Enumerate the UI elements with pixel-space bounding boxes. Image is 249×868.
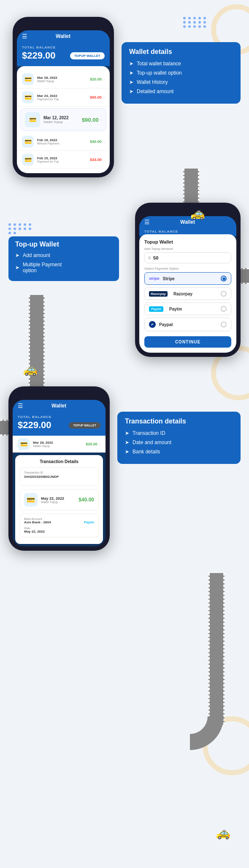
info-text: Wallet History (137, 79, 168, 85)
continue-button[interactable]: CONTINUE (144, 336, 231, 348)
tx-id-value: GH32015209802JNDP (24, 475, 94, 479)
balance-amount: $229.00 (22, 50, 56, 61)
info-item-3: ➤ Wallet History (129, 79, 233, 85)
info-box-title: Wallet details (129, 48, 233, 56)
payment-option-razorpay[interactable]: Razorpay Razorpay (144, 287, 231, 300)
hamburger-icon[interactable]: ☰ (22, 33, 27, 40)
info-item-tx-2: ➤ Date and amount (125, 439, 233, 445)
balance-row-3: $229.00 TOPUP WALLET (18, 420, 100, 431)
tx-info: Mar 24, 2022 Payment for Trip (37, 94, 90, 101)
tx-info: Mar 12, 2022 Wallet Topup (43, 115, 82, 124)
wallet-details-info-box: Wallet details ➤ Total wallet balance ➤ … (122, 42, 241, 104)
tx-icon: 💳 (22, 154, 34, 166)
chevron-icon: ➤ (125, 439, 129, 445)
sheet-title: Topup Wallet (144, 239, 231, 244)
radio-stripe[interactable] (221, 276, 227, 281)
info-text: Detailed amount (137, 88, 173, 94)
hamburger-icon[interactable]: ☰ (144, 219, 150, 225)
paypal-logo: P (149, 321, 156, 328)
tx-date: Mar 12, 2022 (43, 115, 82, 120)
tx-detail-amount: $40.00 (78, 497, 94, 503)
bank-account-label: Bank Account (24, 517, 94, 520)
topup-info-item-2: ➤ Multiple Paymentoption (15, 262, 112, 273)
payment-option-stripe[interactable]: stripe Stripe (144, 272, 231, 285)
phone-title-3: Wallet (23, 403, 95, 409)
phone-screen-1: ☰ Wallet TOTAL BALANCE $229.00 TOPUP WAL… (17, 30, 110, 173)
transactions-list-1: 💳 Mar 28, 2022 Wallet Topup $20.00 › 💳 M… (17, 66, 110, 173)
chevron-icon: › (100, 118, 102, 122)
info-item-tx-1: ➤ Transaction ID (125, 430, 233, 436)
wallet-balance-section-3: TOTAL BALANCE $229.00 TOPUP WALLET (13, 412, 106, 436)
topup-wallet-button[interactable]: TOPUP WALLET (70, 52, 105, 59)
chevron-icon: ➤ (125, 430, 129, 436)
tx-item-2[interactable]: 💳 Mar 24, 2022 Payment for Trip $65.00 › (17, 88, 110, 107)
stripe-logo: stripe (149, 276, 160, 281)
bank-account-row: Axis Bank - 2604 Paytm (24, 520, 94, 524)
section-wallet-details: ☰ Wallet TOTAL BALANCE $229.00 TOPUP WAL… (0, 4, 249, 182)
chevron-icon: ➤ (129, 79, 133, 85)
amount-input[interactable]: S 50 (144, 252, 231, 263)
info-item-4: ➤ Detailed amount (129, 88, 233, 94)
tx-detail-icon: 💳 (24, 493, 38, 506)
tx-detail-desc: Wallet Topup (41, 501, 78, 504)
tx-amount: $90.00 (82, 117, 99, 123)
tx-desc: Payment for Trip (37, 160, 90, 163)
payment-name-paytm: Paytm (169, 307, 221, 311)
tx-item-1[interactable]: 💳 Mar 28, 2022 Wallet Topup $20.00 › (17, 70, 110, 88)
topup-wallet-button-3[interactable]: TOPUP WALLET (69, 422, 100, 429)
chevron-icon: ➤ (125, 449, 129, 455)
tx-item-detail[interactable]: 💳 May 22, 2022 Wallet Topup $40.00 (19, 489, 99, 510)
select-payment-label: Select Payment Option (144, 267, 231, 271)
amount-value: 50 (153, 255, 158, 260)
tx-detail-date: May 22, 2022 (41, 496, 78, 501)
tx-info: Feb 15, 2022 Payment for Trip (37, 156, 90, 163)
tx-desc: Refund Payment (37, 142, 90, 145)
phone-notch-3 (38, 391, 80, 398)
payment-option-paytm[interactable]: Paytm Paytm (144, 303, 231, 315)
info-text: Bank details (133, 449, 160, 455)
phone-notch (42, 21, 84, 29)
paytm-payment: Paytm (84, 520, 94, 524)
info-item-tx-3: ➤ Bank details (125, 449, 233, 455)
tx-info: Mar 28, 2022 Wallet Topup (37, 76, 90, 83)
tx-amount: $40.00 (90, 139, 102, 144)
topup-label-container: Top-up Wallet ➤ Add amount ➤ Multiple Pa… (8, 236, 131, 281)
tx-desc: Wallet Topup (43, 120, 82, 124)
bank-account-value: Axis Bank - 2604 (24, 520, 51, 524)
tx-icon: 💳 (18, 438, 30, 450)
phone-title-1: Wallet (27, 33, 99, 39)
tx-amount: $65.00 (90, 95, 102, 99)
topup-info-item-1: ➤ Add amount (15, 252, 112, 258)
radio-paypal[interactable] (221, 321, 227, 327)
chevron-icon: › (103, 77, 105, 82)
topup-label-box: Top-up Wallet ➤ Add amount ➤ Multiple Pa… (8, 236, 119, 281)
tx-id-label: Transaction ID (24, 471, 94, 474)
razorpay-logo: Razorpay (149, 291, 168, 297)
tx-icon: 💳 (22, 136, 34, 147)
info-text: Top-up wallet option (137, 70, 182, 76)
payment-option-paypal[interactable]: P Paypal (144, 318, 231, 331)
tx-icon: 💳 (22, 91, 34, 103)
radio-paytm[interactable] (221, 306, 227, 312)
tx-date: Mar 24, 2022 (37, 94, 90, 98)
tx-item-4[interactable]: 💳 Feb 19, 2022 Refund Payment $40.00 › (17, 133, 110, 151)
date-label: Date (24, 527, 94, 530)
hamburger-icon[interactable]: ☰ (18, 402, 23, 409)
radio-razorpay[interactable] (221, 291, 227, 297)
preview-tx[interactable]: 💳 Mar 28, 2022 Wallet Topup $20.00 › (13, 436, 106, 453)
payment-name-stripe: Stripe (163, 276, 221, 281)
info-text: Multiple Paymentoption (23, 262, 62, 273)
phone-screen-3: ☰ Wallet TOTAL BALANCE $229.00 TOPUP WAL… (13, 400, 106, 547)
phone-header-1: ☰ Wallet (17, 30, 110, 42)
chevron-icon: › (103, 95, 105, 100)
chevron-icon: ➤ (15, 265, 19, 271)
radio-inner (222, 277, 225, 280)
phone-header-2: ☰ Wallet (139, 216, 236, 228)
tx-item-3[interactable]: 💳 Mar 12, 2022 Wallet Topup $90.00 › (20, 108, 106, 131)
balance-label: TOTAL BALANCE (22, 46, 105, 49)
balance-label-2: TOTAL BALANCE (144, 230, 231, 233)
payment-name-razorpay: Razorpay (173, 292, 221, 296)
chevron-icon: › (103, 139, 105, 144)
tx-item-5[interactable]: 💳 Feb 15, 2022 Payment for Trip $34.00 › (17, 151, 110, 169)
section-transaction-details: ☰ Wallet TOTAL BALANCE $229.00 TOPUP WAL… (0, 378, 249, 563)
